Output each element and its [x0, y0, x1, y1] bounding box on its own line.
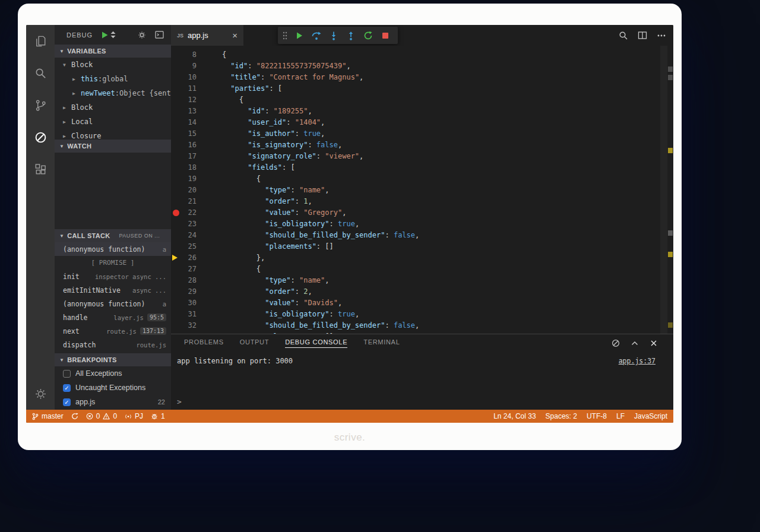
code-line[interactable]: 21 "order": 1, [171, 196, 673, 207]
code-line[interactable]: 25 "placements": [] [171, 241, 673, 252]
tab-debug-console[interactable]: DEBUG CONSOLE [285, 338, 347, 348]
tab-app-js[interactable]: JS app.js × [171, 25, 243, 46]
code-line[interactable]: 19 { [171, 173, 673, 185]
breakpoint-gutter[interactable] [171, 286, 179, 297]
breakpoint-row[interactable]: ✓Uncaught Exceptions [55, 381, 171, 395]
call-stack-frame[interactable]: (anonymous function)a [55, 297, 171, 311]
call-stack-section-header[interactable]: ▼ CALL STACK PAUSED ON ... [55, 229, 171, 242]
step-over-button[interactable] [308, 27, 325, 44]
breakpoint-gutter[interactable] [171, 72, 179, 83]
code-line[interactable]: 17 "signatory_role": "viewer", [171, 151, 673, 162]
breakpoint-gutter[interactable] [171, 61, 179, 72]
call-stack-frame[interactable]: nextroute.js137:13 [55, 324, 171, 338]
debug-config-selector[interactable] [110, 31, 116, 39]
cursor-position[interactable]: Ln 24, Col 33 [493, 412, 536, 420]
code-line[interactable]: 32 "should_be_filled_by_sender": false, [171, 320, 673, 331]
breakpoint-gutter[interactable] [171, 49, 179, 61]
code-line[interactable]: 27 { [171, 264, 673, 275]
breakpoint-gutter[interactable] [171, 320, 179, 331]
breakpoint-row[interactable]: ✓app.js22 [55, 395, 171, 409]
editor-scrollbar[interactable] [660, 46, 667, 334]
close-tab-icon[interactable]: × [232, 31, 238, 40]
code-line[interactable]: 26 }, [171, 252, 673, 264]
code-line[interactable]: 24 "should_be_filled_by_sender": false, [171, 230, 673, 241]
breakpoint-gutter[interactable] [171, 297, 179, 309]
close-panel-icon[interactable] [650, 339, 658, 347]
continue-button[interactable] [290, 27, 308, 44]
breakpoints-section-header[interactable]: ▼ BREAKPOINTS [55, 353, 171, 366]
maximize-panel-icon[interactable] [631, 339, 639, 347]
restart-button[interactable] [359, 27, 376, 44]
call-stack-frame[interactable]: dispatchroute.js [55, 338, 171, 352]
code-line[interactable]: 18 "fields": [ [171, 162, 673, 173]
tab-output[interactable]: OUTPUT [240, 338, 269, 348]
toolbar-drag-handle-icon[interactable] [282, 31, 288, 40]
debug-icon[interactable] [26, 121, 55, 153]
console-source-link[interactable]: app.js:37 [619, 357, 656, 365]
code-line[interactable]: 20 "type": "name", [171, 185, 673, 196]
debug-count-item[interactable]: 1 [151, 412, 165, 420]
scope-row[interactable]: ▼Block [55, 58, 171, 72]
explorer-icon[interactable] [26, 25, 55, 57]
variable-row[interactable]: ▶this: global [55, 72, 171, 86]
breakpoint-gutter[interactable] [171, 94, 179, 106]
source-control-icon[interactable] [26, 89, 55, 121]
breakpoint-gutter[interactable] [171, 151, 179, 162]
breakpoint-gutter[interactable] [171, 117, 179, 128]
breakpoint-gutter[interactable] [171, 140, 179, 151]
share-item[interactable]: PJ [125, 412, 143, 420]
breakpoint-gutter[interactable] [171, 230, 179, 241]
code-line[interactable]: 30 "value": "Davids", [171, 297, 673, 309]
code-line[interactable]: 22 "value": "Gregory", [171, 207, 673, 218]
settings-gear-icon[interactable] [26, 378, 55, 410]
variable-row[interactable]: ▶newTweet: Object {sent… [55, 86, 171, 100]
breakpoint-gutter[interactable] [171, 83, 179, 94]
git-branch-item[interactable]: master [32, 412, 64, 420]
breakpoint-gutter[interactable] [171, 309, 179, 320]
breakpoint-gutter[interactable] [171, 218, 179, 230]
eol[interactable]: LF [616, 412, 625, 420]
breakpoint-gutter[interactable] [171, 128, 179, 140]
breakpoint-gutter[interactable] [171, 241, 179, 252]
call-stack-frame[interactable]: emitInitNativeasync_... [55, 283, 171, 297]
code-line[interactable]: 13 "id": "189255", [171, 106, 673, 117]
code-line[interactable]: 31 "is_obligatory": true, [171, 309, 673, 320]
breakpoint-gutter[interactable] [171, 252, 179, 264]
code-line[interactable]: 23 "is_obligatory": true, [171, 218, 673, 230]
code-line[interactable]: 15 "is_author": true, [171, 128, 673, 140]
breakpoint-gutter[interactable] [171, 207, 179, 218]
code-line[interactable]: 8 { [171, 49, 673, 61]
breakpoint-checkbox[interactable] [63, 370, 71, 378]
find-icon[interactable] [619, 31, 628, 40]
code-line[interactable]: 28 "type": "name", [171, 275, 673, 286]
breakpoint-row[interactable]: All Exceptions [55, 366, 171, 381]
encoding[interactable]: UTF-8 [587, 412, 607, 420]
breakpoint-checkbox[interactable]: ✓ [63, 384, 71, 392]
breakpoint-gutter[interactable] [171, 106, 179, 117]
scope-row[interactable]: ▶Local [55, 115, 171, 129]
search-icon[interactable] [26, 57, 55, 89]
code-line[interactable]: 16 "is_signatory": false, [171, 140, 673, 151]
step-into-button[interactable] [325, 27, 342, 44]
code-line[interactable]: 10 "title": "Contract for Magnus", [171, 72, 673, 83]
editor[interactable]: 8 {9 "id": "8222115557375075439",10 "tit… [171, 46, 673, 334]
step-out-button[interactable] [342, 27, 359, 44]
breakpoint-gutter[interactable] [171, 173, 179, 185]
code-line[interactable]: 12 { [171, 94, 673, 106]
watch-section-header[interactable]: ▼ WATCH [55, 140, 171, 153]
code-line[interactable]: 9 "id": "8222115557375075439", [171, 61, 673, 72]
code-line[interactable]: 14 "user_id": "1404", [171, 117, 673, 128]
variables-section-header[interactable]: ▼ VARIABLES [55, 45, 171, 58]
scope-row[interactable]: ▶Closure [55, 129, 171, 140]
breakpoint-gutter[interactable] [171, 162, 179, 173]
code-line[interactable]: 11 "parties": [ [171, 83, 673, 94]
debug-configure-gear-icon[interactable] [138, 31, 146, 39]
indentation[interactable]: Spaces: 2 [546, 412, 577, 420]
sync-button[interactable] [71, 413, 78, 420]
call-stack-frame[interactable]: handlelayer.js95:5 [55, 311, 171, 324]
stop-button[interactable] [376, 27, 394, 44]
scope-row[interactable]: ▶Block [55, 100, 171, 115]
tab-problems[interactable]: PROBLEMS [184, 338, 224, 348]
breakpoint-gutter[interactable] [171, 196, 179, 207]
language-mode[interactable]: JavaScript [634, 412, 667, 420]
